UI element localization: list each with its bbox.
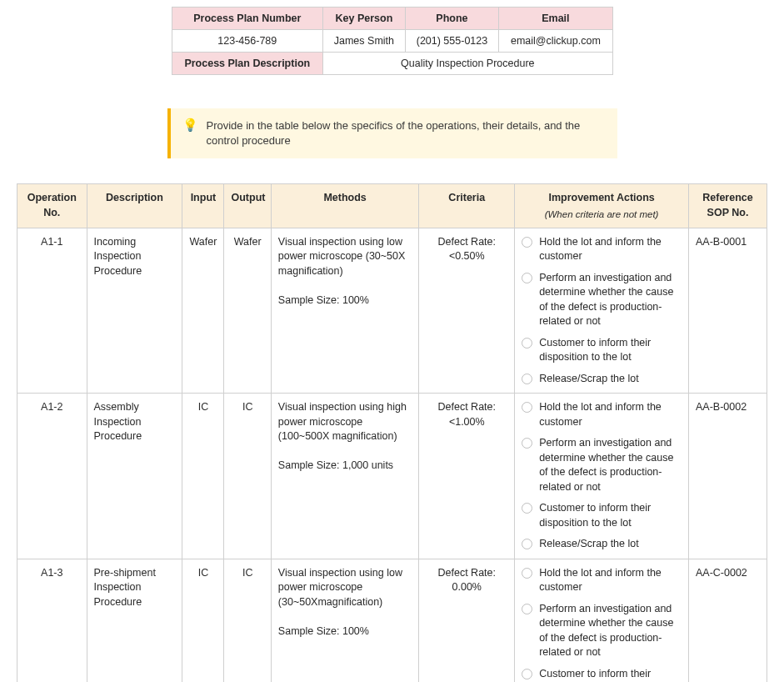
- improvement-list: Hold the lot and inform the customerPerf…: [522, 235, 682, 387]
- col-header-description: Description: [87, 184, 182, 228]
- radio-icon[interactable]: [522, 237, 532, 248]
- cell-methods: Visual inspection using low power micros…: [271, 228, 418, 394]
- improvement-item: Perform an investigation and determine w…: [522, 602, 682, 660]
- improvement-item: Release/Scrap the lot: [522, 372, 682, 387]
- cell-methods: Visual inspection using high power micro…: [271, 394, 418, 559]
- improvement-item: Customer to inform their disposition to …: [522, 667, 682, 682]
- improvement-item: Perform an investigation and determine w…: [522, 271, 682, 329]
- radio-icon[interactable]: [522, 338, 532, 349]
- improvement-text: Release/Scrap the lot: [539, 537, 639, 552]
- header-value-plan-number: 123-456-789: [172, 30, 323, 53]
- cell-description: Incoming Inspection Procedure: [87, 228, 182, 394]
- improvement-text: Hold the lot and inform the customer: [539, 235, 682, 264]
- improvement-item: Perform an investigation and determine w…: [522, 436, 682, 494]
- radio-icon[interactable]: [522, 374, 532, 384]
- radio-icon[interactable]: [522, 503, 532, 514]
- cell-output: IC: [224, 559, 271, 682]
- cell-input: Wafer: [182, 228, 224, 394]
- header-label-email: Email: [499, 8, 612, 30]
- cell-description: Assembly Inspection Procedure: [87, 394, 182, 559]
- col-header-improvement-main: Improvement Actions: [548, 192, 654, 203]
- lightbulb-icon: 💡: [182, 118, 198, 131]
- cell-reference: AA-C-0002: [688, 559, 767, 682]
- header-value-email: email@clickup.com: [499, 30, 612, 53]
- info-callout: 💡 Provide in the table below the specifi…: [167, 108, 617, 158]
- improvement-text: Perform an investigation and determine w…: [539, 602, 682, 660]
- improvement-text: Customer to inform their disposition to …: [539, 336, 682, 365]
- header-info-table: Process Plan Number Key Person Phone Ema…: [172, 7, 613, 75]
- improvement-item: Customer to inform their disposition to …: [522, 336, 682, 365]
- cell-op-no: A1-1: [17, 228, 87, 394]
- radio-icon[interactable]: [522, 669, 532, 679]
- table-row: A1-2Assembly Inspection ProcedureICICVis…: [17, 394, 767, 559]
- col-header-methods: Methods: [271, 184, 418, 228]
- operations-table: Operation No. Description Input Output M…: [17, 183, 767, 682]
- radio-icon[interactable]: [522, 273, 532, 283]
- header-label-description: Process Plan Description: [172, 53, 323, 75]
- improvement-list: Hold the lot and inform the customerPerf…: [522, 566, 682, 682]
- cell-output: IC: [224, 394, 271, 559]
- cell-reference: AA-B-0001: [688, 228, 767, 394]
- improvement-text: Hold the lot and inform the customer: [539, 400, 682, 429]
- table-row: A1-1Incoming Inspection ProcedureWaferWa…: [17, 228, 767, 394]
- cell-description: Pre-shipment Inspection Procedure: [87, 559, 182, 682]
- cell-op-no: A1-2: [17, 394, 87, 559]
- radio-icon[interactable]: [522, 604, 532, 614]
- table-row: A1-3Pre-shipment Inspection ProcedureICI…: [17, 559, 767, 682]
- callout-text: Provide in the table below the specifics…: [207, 118, 606, 148]
- header-label-phone: Phone: [405, 8, 499, 30]
- improvement-text: Customer to inform their disposition to …: [539, 501, 682, 530]
- cell-methods: Visual inspection using low power micros…: [271, 559, 418, 682]
- radio-icon[interactable]: [522, 568, 532, 579]
- improvement-text: Perform an investigation and determine w…: [539, 271, 682, 329]
- improvement-item: Hold the lot and inform the customer: [522, 400, 682, 429]
- cell-improvement: Hold the lot and inform the customerPerf…: [515, 228, 689, 394]
- improvement-text: Hold the lot and inform the customer: [539, 566, 682, 595]
- cell-output: Wafer: [224, 228, 271, 394]
- col-header-input: Input: [182, 184, 224, 228]
- header-value-key-person: James Smith: [323, 30, 406, 53]
- cell-reference: AA-B-0002: [688, 394, 767, 559]
- improvement-item: Hold the lot and inform the customer: [522, 566, 682, 595]
- radio-icon[interactable]: [522, 402, 532, 413]
- cell-criteria: Defect Rate: 0.00%: [419, 559, 515, 682]
- improvement-item: Customer to inform their disposition to …: [522, 501, 682, 530]
- cell-criteria: Defect Rate: <1.00%: [419, 394, 515, 559]
- cell-criteria: Defect Rate: <0.50%: [419, 228, 515, 394]
- col-header-reference: Reference SOP No.: [688, 184, 767, 228]
- header-value-description: Quality Inspection Procedure: [323, 53, 612, 75]
- col-header-improvement-sub: (When criteria are not met): [522, 208, 682, 221]
- improvement-item: Hold the lot and inform the customer: [522, 235, 682, 264]
- improvement-text: Customer to inform their disposition to …: [539, 667, 682, 682]
- col-header-criteria: Criteria: [419, 184, 515, 228]
- improvement-list: Hold the lot and inform the customerPerf…: [522, 400, 682, 552]
- cell-improvement: Hold the lot and inform the customerPerf…: [515, 559, 689, 682]
- header-table-container: Process Plan Number Key Person Phone Ema…: [17, 7, 767, 75]
- header-value-phone: (201) 555-0123: [405, 30, 499, 53]
- cell-op-no: A1-3: [17, 559, 87, 682]
- improvement-text: Release/Scrap the lot: [539, 372, 639, 387]
- col-header-op-no: Operation No.: [17, 184, 87, 228]
- cell-improvement: Hold the lot and inform the customerPerf…: [515, 394, 689, 559]
- col-header-improvement: Improvement Actions (When criteria are n…: [515, 184, 689, 228]
- header-label-plan-number: Process Plan Number: [172, 8, 323, 30]
- improvement-item: Release/Scrap the lot: [522, 537, 682, 552]
- radio-icon[interactable]: [522, 539, 532, 549]
- cell-input: IC: [182, 394, 224, 559]
- header-label-key-person: Key Person: [323, 8, 406, 30]
- cell-input: IC: [182, 559, 224, 682]
- callout-container: 💡 Provide in the table below the specifi…: [17, 108, 767, 158]
- improvement-text: Perform an investigation and determine w…: [539, 436, 682, 494]
- radio-icon[interactable]: [522, 438, 532, 449]
- col-header-output: Output: [224, 184, 271, 228]
